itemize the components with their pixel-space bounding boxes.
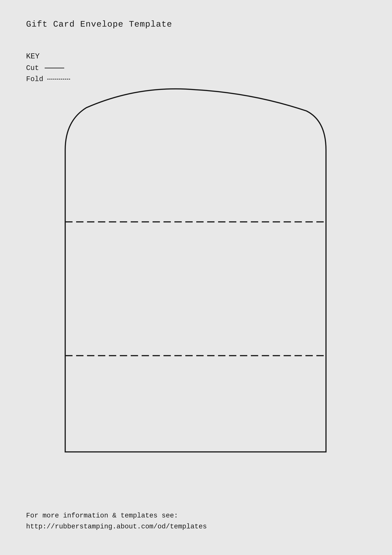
envelope-svg [57,88,334,460]
key-fold-item: Fold [26,75,70,83]
key-section: KEY Cut Fold [26,52,70,86]
page-content: Gift Card Envelope Template KEY Cut Fold [0,0,392,555]
footer-line2: http://rubberstamping.about.com/od/templ… [26,521,207,532]
key-cut-item: Cut [26,64,70,72]
cut-line-icon [45,68,64,68]
envelope-container [57,88,334,460]
footer-section: For more information & templates see: ht… [26,510,207,532]
page-title: Gift Card Envelope Template [26,20,172,29]
footer-line1: For more information & templates see: [26,510,207,521]
cut-label: Cut [26,64,41,72]
fold-label: Fold [26,75,43,83]
fold-line-icon [47,79,70,80]
envelope-outline [65,89,326,452]
key-heading: KEY [26,52,70,61]
